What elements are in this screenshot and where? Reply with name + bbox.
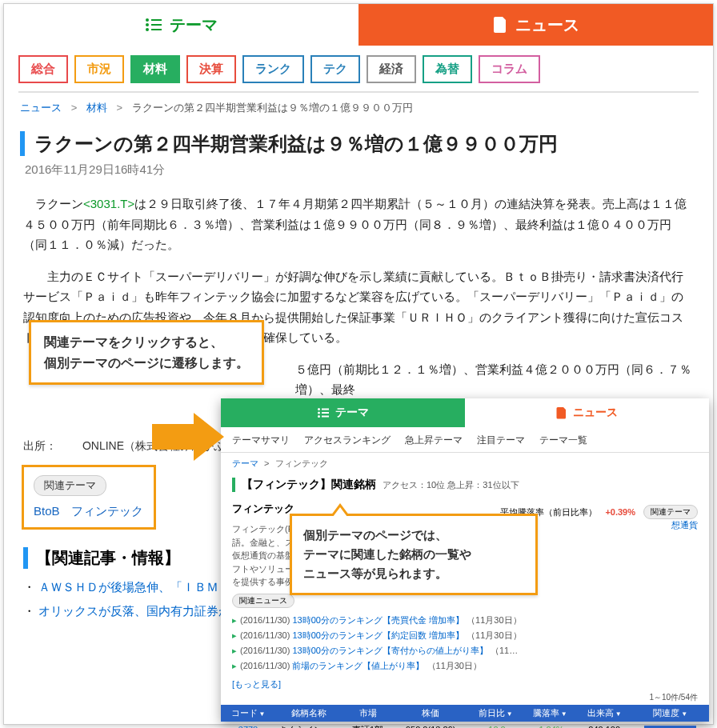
sub-breadcrumb: テーマ > フィンテック	[221, 453, 709, 474]
list-icon	[146, 18, 162, 31]
news-link[interactable]: 13時00分のランキング【寄付からの値上がり率】	[292, 646, 487, 655]
sub-nav-item[interactable]: テーマ一覧	[539, 434, 587, 447]
svg-point-2	[146, 23, 149, 26]
page-info: 1～10件/54件	[221, 690, 709, 705]
svg-rect-10	[322, 412, 329, 414]
sub-news-list: ▸(2016/11/30) 13時00分のランキング【売買代金 増加率】 （11…	[232, 613, 698, 674]
svg-rect-5	[151, 29, 162, 30]
document-icon	[493, 17, 507, 33]
sub-nav-item[interactable]: 急上昇テーマ	[405, 434, 463, 447]
article-title: ラクーンの第２四半期営業利益は９％増の１億９９００万円	[20, 131, 697, 156]
more-link[interactable]: [もっと見る]	[232, 679, 281, 689]
th-vol[interactable]: 出来高▼	[577, 705, 631, 722]
category-row: 総合 市況 材料 決算 ランク テク 経済 為替 コラム	[4, 46, 713, 91]
svg-marker-6	[152, 413, 224, 461]
article-body: ラクーン<3031.T>は２９日取引終了後、１７年４月期第２四半期累計（５～１０…	[23, 194, 694, 423]
breadcrumb-current: ラクーンの第２四半期営業利益は９％増の１億９９００万円	[132, 102, 413, 114]
tab-theme[interactable]: テーマ	[4, 4, 358, 46]
sub-tag-right[interactable]: 想通貨	[671, 520, 698, 530]
document-icon	[556, 407, 567, 419]
related-article-link[interactable]: オリックスが反落、国内有力証券が	[38, 604, 230, 618]
breadcrumb-news[interactable]: ニュース	[20, 102, 62, 114]
th-price[interactable]: 株価	[393, 705, 468, 722]
callout-theme-click: 関連テーマをクリックすると、 個別テーマのページに遷移します。	[29, 320, 264, 385]
th-diff[interactable]: 前日比▼	[468, 705, 523, 722]
table-row[interactable]: 3778 さくらイン 東証1部 950.0(13:26) -10.0 -1.04…	[221, 722, 709, 729]
svg-rect-1	[151, 19, 162, 21]
sub-tab-theme[interactable]: テーマ	[221, 398, 465, 427]
news-link[interactable]: 前場のランキング【値上がり率】	[292, 661, 424, 670]
category-shikyou[interactable]: 市況	[74, 55, 124, 83]
tab-theme-label: テーマ	[170, 14, 218, 36]
sub-nav-item[interactable]: テーマサマリ	[232, 434, 290, 447]
sub-nav: テーマサマリ アクセスランキング 急上昇テーマ 注目テーマ テーマ一覧	[221, 427, 709, 453]
news-link[interactable]: 13時00分のランキング【売買代金 増加率】	[292, 615, 464, 625]
svg-point-11	[318, 415, 320, 418]
ticker-link[interactable]: <3031.T>	[83, 197, 134, 210]
related-theme-tag-fintech[interactable]: フィンテック	[71, 504, 143, 519]
article-date: 2016年11月29日16時41分	[25, 162, 692, 178]
category-sougou[interactable]: 総合	[18, 55, 68, 83]
main-tabs: テーマ ニュース	[4, 4, 713, 46]
svg-rect-3	[151, 24, 162, 26]
svg-point-4	[146, 28, 149, 31]
sub-nav-item[interactable]: アクセスランキング	[304, 434, 391, 447]
breadcrumb: ニュース > 材料 > ラクーンの第２四半期営業利益は９％増の１億９９００万円	[4, 93, 713, 123]
arrow-icon	[152, 413, 224, 461]
related-article-link[interactable]: ＡＷＳＨＤが後場急伸、「ＩＢＭ	[38, 580, 218, 594]
related-theme-box: 関連テーマ BtoB フィンテック	[22, 465, 156, 530]
rate-value: +0.39%	[605, 507, 635, 517]
tab-news-label: ニュース	[515, 14, 579, 36]
svg-point-0	[146, 18, 149, 22]
th-code[interactable]: コード▼	[221, 705, 275, 722]
category-column[interactable]: コラム	[479, 55, 540, 83]
stock-table: コード▼ 銘柄名称 市場 株価 前日比▼ 騰落率▼ 出来高▼ 関連度▼ 3778…	[221, 705, 709, 729]
news-link[interactable]: 13時00分のランキング【約定回数 増加率】	[292, 630, 464, 640]
svg-point-9	[318, 412, 320, 414]
th-market[interactable]: 市場	[342, 705, 393, 722]
tab-news[interactable]: ニュース	[358, 4, 713, 46]
category-kawase[interactable]: 為替	[423, 55, 472, 83]
category-rank[interactable]: ランク	[242, 55, 304, 83]
category-kessan[interactable]: 決算	[186, 55, 236, 83]
svg-rect-12	[322, 416, 329, 418]
sub-nav-item[interactable]: 注目テーマ	[477, 434, 525, 447]
sub-tab-news[interactable]: ニュース	[465, 398, 709, 427]
related-theme-label: 関連テーマ	[34, 475, 106, 496]
related-theme-tag-btob[interactable]: BtoB	[34, 504, 60, 519]
category-zairyou[interactable]: 材料	[130, 55, 180, 83]
th-rel[interactable]: 関連度▼	[631, 705, 709, 722]
svg-rect-8	[322, 409, 329, 410]
callout-theme-page: 個別テーマのページでは、 テーマに関連した銘柄の一覧や ニュース等が見られます。	[290, 514, 538, 595]
th-name[interactable]: 銘柄名称	[275, 705, 342, 722]
category-keizai[interactable]: 経済	[367, 55, 416, 83]
related-news-label: 関連ニュース	[232, 594, 294, 608]
svg-point-7	[318, 408, 320, 410]
th-pct[interactable]: 騰落率▼	[523, 705, 577, 722]
sub-title: 【フィンテック】関連銘柄アクセス：10位 急上昇：31位以下	[232, 478, 698, 492]
sub-fintech-heading: フィンテック	[232, 502, 294, 516]
breadcrumb-zairyou[interactable]: 材料	[86, 102, 107, 114]
list-icon	[318, 408, 329, 418]
related-theme-pill[interactable]: 関連テーマ	[643, 505, 698, 519]
category-tech[interactable]: テク	[310, 55, 360, 83]
